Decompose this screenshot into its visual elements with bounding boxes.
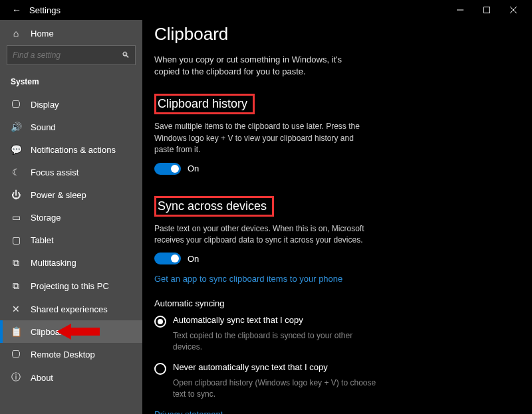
sidebar-item-label: Display [31,100,59,110]
sidebar-item-about[interactable]: ⓘ About [0,365,142,389]
page-title: Clipboard [154,24,516,45]
remote-desktop-icon: 🖵 [11,349,21,360]
power-icon: ⏻ [11,189,21,200]
sync-heading: Sync across devices [158,199,267,213]
privacy-link[interactable]: Privacy statement [154,409,223,414]
sidebar-item-focus-assist[interactable]: ☾ Focus assist [0,161,142,183]
multitasking-icon: ⧉ [11,257,21,268]
display-icon: 🖵 [11,99,21,110]
back-button[interactable]: ← [12,5,21,15]
tablet-icon: ▢ [11,235,21,245]
sidebar-item-label: Multitasking [31,258,76,268]
focus-assist-icon: ☾ [11,167,21,177]
sidebar-item-label: About [31,373,53,383]
projecting-icon: ⧉ [11,280,21,292]
radio-auto-sync-sub: Text copied to the clipboard is synced t… [173,330,379,353]
sidebar-item-multitasking[interactable]: ⧉ Multitasking [0,251,142,274]
shared-icon: ✕ [11,304,21,314]
sidebar-item-remote-desktop[interactable]: 🖵 Remote Desktop [0,343,142,365]
sidebar-item-projecting[interactable]: ⧉ Projecting to this PC [0,274,142,298]
titlebar: ← Settings [0,0,532,20]
sidebar-item-label: Focus assist [31,167,78,177]
clipboard-history-toggle[interactable] [154,163,181,175]
radio-never-sync-label: Never automatically sync text that I cop… [173,362,328,372]
sidebar-item-label: Remote Desktop [31,350,95,360]
sync-toggle[interactable] [154,253,181,264]
sidebar-item-storage[interactable]: ▭ Storage [0,206,142,229]
search-input[interactable] [13,51,122,60]
radio-auto-sync-input[interactable] [154,316,166,328]
clipboard-history-toggle-label: On [188,163,199,173]
maximize-button[interactable] [473,1,500,19]
svg-rect-1 [484,7,490,13]
clipboard-history-desc: Save multiple items to the clipboard to … [154,121,367,155]
highlight-box-history: Clipboard history [154,94,255,114]
sidebar-item-label: Notifications & actions [31,145,116,155]
sidebar-item-notifications[interactable]: 💬 Notifications & actions [0,138,142,161]
clipboard-icon: 📋 [11,326,21,337]
sidebar-item-label: Shared experiences [31,304,108,314]
sync-desc: Paste text on your other devices. When t… [154,223,367,247]
radio-never-sync-sub: Open clipboard history (Windows logo key… [173,377,379,400]
content-pane: Clipboard When you copy or cut something… [142,20,532,414]
search-box[interactable]: 🔍︎ [7,45,136,65]
sidebar-item-label: Clipboard [31,327,68,337]
radio-never-sync-input[interactable] [154,363,166,375]
sidebar-section-label: System [0,73,142,93]
radio-never-sync[interactable]: Never automatically sync text that I cop… [154,362,516,375]
sound-icon: 🔊 [11,122,21,132]
window-title: Settings [29,5,61,15]
radio-auto-sync-label: Automatically sync text that I copy [173,315,303,325]
home-label: Home [31,29,54,39]
sidebar-item-tablet[interactable]: ▢ Tablet [0,229,142,251]
home-button[interactable]: ⌂ Home [0,24,142,45]
sidebar-item-sound[interactable]: 🔊 Sound [0,116,142,138]
sidebar-item-label: Storage [31,213,61,223]
notifications-icon: 💬 [11,144,21,155]
minimize-button[interactable] [447,1,473,19]
sidebar-item-label: Projecting to this PC [31,281,109,291]
sidebar-item-shared[interactable]: ✕ Shared experiences [0,298,142,320]
storage-icon: ▭ [11,212,21,223]
page-intro: When you copy or cut something in Window… [154,54,367,78]
highlight-box-sync: Sync across devices [154,196,274,217]
search-icon: 🔍︎ [122,51,130,60]
close-button[interactable] [500,1,527,19]
radio-auto-sync[interactable]: Automatically sync text that I copy [154,315,516,328]
clipboard-history-heading: Clipboard history [158,97,247,111]
automatic-syncing-heading: Automatic syncing [154,298,516,308]
sidebar-item-display[interactable]: 🖵 Display [0,93,142,116]
sidebar-item-label: Sound [31,122,56,132]
sync-toggle-label: On [188,254,199,264]
home-icon: ⌂ [11,28,21,39]
sidebar: ⌂ Home 🔍︎ System 🖵 Display 🔊 Sound 💬 Not… [0,20,142,414]
sidebar-item-label: Power & sleep [31,190,86,200]
about-icon: ⓘ [11,371,21,383]
sidebar-item-clipboard[interactable]: 📋 Clipboard [0,320,142,343]
sidebar-item-label: Tablet [31,235,54,245]
sidebar-item-power[interactable]: ⏻ Power & sleep [0,183,142,206]
sync-app-link[interactable]: Get an app to sync clipboard items to yo… [154,274,342,284]
